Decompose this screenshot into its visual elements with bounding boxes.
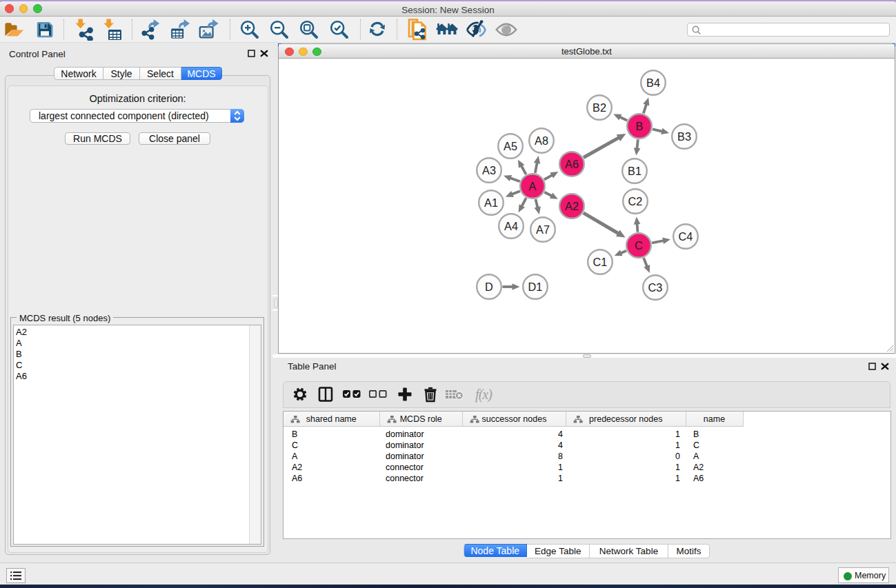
svg-text:C2: C2 (628, 195, 643, 207)
svg-text:C1: C1 (593, 256, 608, 268)
svg-text:B: B (636, 120, 644, 132)
svg-text:A4: A4 (504, 220, 518, 232)
svg-text:A5: A5 (504, 140, 517, 152)
svg-text:C: C (635, 239, 643, 252)
svg-text:A2: A2 (565, 200, 579, 212)
svg-text:A1: A1 (484, 196, 498, 209)
svg-text:A8: A8 (535, 134, 548, 147)
svg-text:A6: A6 (565, 158, 579, 170)
svg-text:D1: D1 (528, 281, 543, 293)
svg-text:A3: A3 (482, 164, 496, 176)
svg-text:A: A (529, 180, 537, 192)
svg-text:A7: A7 (536, 223, 550, 236)
svg-text:C4: C4 (679, 230, 693, 243)
svg-text:B1: B1 (628, 165, 641, 177)
svg-text:B2: B2 (593, 101, 606, 114)
svg-text:D: D (485, 281, 493, 293)
svg-text:B4: B4 (646, 77, 660, 89)
svg-text:B3: B3 (677, 130, 691, 143)
svg-text:C3: C3 (648, 281, 663, 294)
